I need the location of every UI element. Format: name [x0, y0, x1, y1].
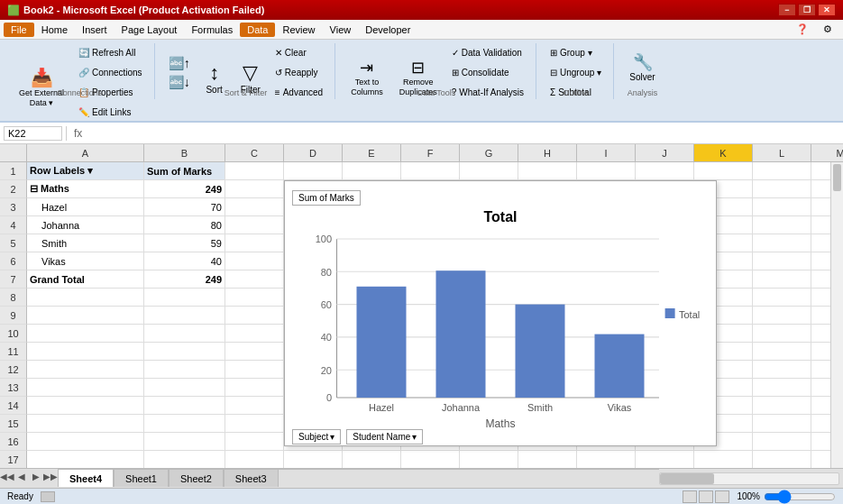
cell-l1[interactable] — [753, 162, 811, 180]
sheet-last-button[interactable]: ▶▶ — [43, 469, 58, 483]
row-num-11[interactable]: 11 — [0, 343, 27, 361]
cell-a5[interactable]: Smith — [27, 234, 144, 252]
menu-formulas[interactable]: Formulas — [184, 23, 240, 37]
cell-a3[interactable]: Hazel — [27, 198, 144, 216]
cell-g1[interactable] — [460, 162, 518, 180]
cell-c5[interactable] — [225, 234, 284, 252]
cell-e1[interactable] — [343, 162, 401, 180]
row-num-9[interactable]: 9 — [0, 307, 27, 325]
cell-c1[interactable] — [225, 162, 284, 180]
solver-button[interactable]: 🔧 Solver — [623, 43, 661, 92]
sheet-next-button[interactable]: ▶ — [29, 469, 43, 483]
student-name-filter-button[interactable]: Student Name ▾ — [346, 429, 423, 444]
row-num-17[interactable]: 17 — [0, 451, 27, 468]
cell-a6[interactable]: Vikas — [27, 252, 144, 270]
menu-data[interactable]: Data — [240, 23, 275, 37]
col-header-a[interactable]: A — [27, 144, 144, 162]
menu-developer[interactable]: Developer — [358, 23, 417, 37]
col-header-f[interactable]: F — [401, 144, 460, 162]
sort-za-button[interactable]: 🔤↓ — [164, 73, 195, 91]
zoom-slider[interactable] — [764, 490, 836, 504]
minimize-button[interactable]: − — [778, 4, 796, 16]
consolidate-button[interactable]: ⊞ Consolidate — [447, 63, 528, 81]
horizontal-scrollbar[interactable] — [659, 472, 839, 485]
cell-b7[interactable]: 249 — [144, 270, 225, 289]
row-num-15[interactable]: 15 — [0, 415, 27, 433]
cell-c6[interactable] — [225, 252, 284, 270]
col-header-b[interactable]: B — [144, 144, 225, 162]
cell-c3[interactable] — [225, 198, 284, 216]
row-num-6[interactable]: 6 — [0, 252, 27, 270]
clear-button[interactable]: ✕ Clear — [270, 43, 327, 61]
col-header-i[interactable]: I — [577, 144, 636, 162]
menu-insert[interactable]: Insert — [75, 23, 115, 37]
cell-l5[interactable] — [753, 234, 811, 252]
cell-c7[interactable] — [225, 270, 284, 289]
cell-a4[interactable]: Johanna — [27, 216, 144, 234]
page-layout-button[interactable] — [699, 490, 713, 503]
col-header-j[interactable]: J — [636, 144, 694, 162]
cell-l2[interactable] — [753, 180, 811, 198]
data-validation-button[interactable]: ✓ Data Validation — [447, 43, 528, 61]
subject-filter-button[interactable]: Subject ▾ — [292, 429, 341, 444]
row-num-4[interactable]: 4 — [0, 216, 27, 234]
cell-l6[interactable] — [753, 252, 811, 270]
menu-file[interactable]: File — [4, 23, 34, 37]
edit-links-button[interactable]: ✏️ Edit Links — [74, 103, 147, 121]
cell-b4[interactable]: 80 — [144, 216, 225, 234]
col-header-l[interactable]: L — [753, 144, 811, 162]
sort-az-button[interactable]: 🔤↑ — [164, 54, 195, 72]
what-if-button[interactable]: ? What-If Analysis — [447, 83, 528, 101]
normal-view-button[interactable] — [683, 490, 697, 503]
group-button[interactable]: ⊞ Group ▾ — [545, 43, 606, 61]
col-header-c[interactable]: C — [225, 144, 284, 162]
col-header-e[interactable]: E — [343, 144, 401, 162]
cell-c4[interactable] — [225, 216, 284, 234]
cell-l7[interactable] — [753, 270, 811, 289]
sheet-tab-sheet4[interactable]: Sheet4 — [58, 469, 114, 487]
page-break-button[interactable] — [715, 490, 729, 503]
row-num-10[interactable]: 10 — [0, 325, 27, 343]
cell-a1[interactable]: Row Labels ▾ — [27, 162, 144, 180]
formula-input[interactable] — [89, 128, 839, 139]
menu-view[interactable]: View — [323, 23, 359, 37]
sheet-first-button[interactable]: ◀◀ — [0, 469, 14, 483]
row-num-8[interactable]: 8 — [0, 289, 27, 307]
row-num-12[interactable]: 12 — [0, 361, 27, 379]
row-num-13[interactable]: 13 — [0, 379, 27, 397]
cell-b5[interactable]: 59 — [144, 234, 225, 252]
row-num-5[interactable]: 5 — [0, 234, 27, 252]
cell-d1[interactable] — [284, 162, 343, 180]
cell-f1[interactable] — [401, 162, 460, 180]
cell-i1[interactable] — [577, 162, 636, 180]
menu-options[interactable]: ⚙ — [816, 22, 839, 37]
sheet-prev-button[interactable]: ◀ — [14, 469, 29, 483]
cell-b6[interactable]: 40 — [144, 252, 225, 270]
col-header-h[interactable]: H — [518, 144, 577, 162]
chart-container[interactable]: Sum of Marks Total 100 80 60 40 — [284, 180, 717, 446]
col-header-g[interactable]: G — [460, 144, 518, 162]
row-num-16[interactable]: 16 — [0, 433, 27, 451]
row-num-1[interactable]: 1 — [0, 162, 27, 180]
cell-b2[interactable]: 249 — [144, 180, 225, 198]
cell-c2[interactable] — [225, 180, 284, 198]
text-to-columns-button[interactable]: ⇥ Text toColumns — [344, 54, 389, 103]
cell-b3[interactable]: 70 — [144, 198, 225, 216]
reapply-button[interactable]: ↺ Reapply — [270, 63, 327, 81]
cell-a2[interactable]: ⊟ Maths — [27, 180, 144, 198]
sheet-tab-sheet3[interactable]: Sheet3 — [224, 469, 279, 487]
col-header-k[interactable]: K — [694, 144, 753, 162]
refresh-all-button[interactable]: 🔄 Refresh All — [74, 43, 147, 61]
row-num-14[interactable]: 14 — [0, 397, 27, 415]
row-num-3[interactable]: 3 — [0, 198, 27, 216]
close-button[interactable]: ✕ — [818, 4, 836, 16]
ungroup-button[interactable]: ⊟ Ungroup ▾ — [545, 63, 606, 81]
cell-l4[interactable] — [753, 216, 811, 234]
menu-help[interactable]: ❓ — [789, 22, 816, 37]
sheet-tab-sheet2[interactable]: Sheet2 — [169, 469, 224, 487]
col-header-m[interactable]: M — [811, 144, 843, 162]
advanced-button[interactable]: ≡ Advanced — [270, 83, 327, 101]
sheet-tab-sheet1[interactable]: Sheet1 — [114, 469, 169, 487]
restore-button[interactable]: ❐ — [798, 4, 816, 16]
vertical-scrollbar[interactable] — [830, 162, 843, 468]
